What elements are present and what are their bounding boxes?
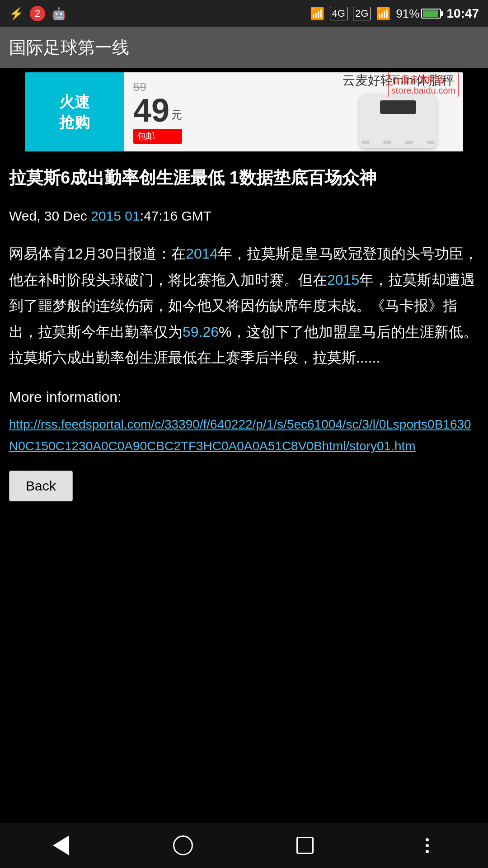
usb-icon: ⚡: [9, 7, 23, 21]
date-text: Wed, 30 Dec: [9, 208, 91, 223]
nav-back-button[interactable]: [45, 830, 77, 861]
article-body: 网易体育12月30日报道：在2014年，拉莫斯是皇马欧冠登顶的头号功臣，他在补时…: [9, 241, 479, 371]
battery-icon: [421, 9, 441, 19]
ad-left-section: 火速抢购: [25, 72, 124, 151]
status-icons-right: 📶 4G 2G 📶 91% 10:47: [310, 6, 479, 21]
nav-menu-button[interactable]: [411, 830, 443, 861]
status-icons-left: ⚡ 2 🤖: [9, 6, 66, 21]
ad-price-area: 59 49 元 包邮: [133, 80, 182, 144]
article-content: 拉莫斯6成出勤率创生涯最低 1数据垫底百场众神 Wed, 30 Dec 2015…: [0, 151, 488, 528]
notification-icon: 2: [30, 6, 45, 21]
recent-nav-icon: [296, 837, 314, 854]
menu-dot-3: [426, 850, 429, 853]
ad-cta-text: 火速抢购: [59, 92, 90, 132]
scale-feet: [361, 141, 435, 144]
date-link[interactable]: 2015 01: [91, 208, 140, 223]
scale-foot-3: [405, 141, 413, 144]
signal-2g-icon: 2G: [353, 7, 371, 20]
signal-bars-icon: 📶: [376, 7, 390, 21]
body-text-1: 网易体育12月30日报道：在: [9, 245, 186, 262]
body-link-2014[interactable]: 2014: [186, 245, 218, 262]
scale-image: [360, 94, 436, 148]
battery-percent: 91%: [396, 7, 419, 21]
menu-nav-icon: [426, 838, 429, 853]
article-title: 拉莫斯6成出勤率创生涯最低 1数据垫底百场众神: [9, 165, 479, 191]
back-button[interactable]: Back: [9, 471, 73, 501]
android-icon: 🤖: [52, 7, 66, 21]
ad-right-section: 59 49 元 包邮 云麦好轻mini体脂秤: [124, 72, 463, 151]
scale-foot-1: [361, 141, 370, 144]
ad-new-price: 49: [133, 94, 169, 127]
date-end: :47:16 GMT: [140, 208, 211, 223]
body-link-percentage[interactable]: 59.26: [183, 324, 219, 340]
more-info-url[interactable]: http://rss.feedsportal.com/c/33390/f/640…: [9, 414, 479, 457]
app-header: 国际足球第一线: [0, 27, 488, 68]
back-nav-icon: [53, 835, 69, 855]
nav-home-button[interactable]: [167, 830, 199, 861]
menu-dot-1: [426, 838, 429, 841]
signal-4g-icon: 4G: [330, 7, 347, 20]
battery-container: 91%: [396, 7, 441, 21]
clock: 10:47: [446, 6, 479, 21]
ad-product-image: [357, 89, 439, 152]
nav-recent-button[interactable]: [289, 830, 321, 861]
ad-banner[interactable]: 火速抢购 59 49 元 包邮 云麦好轻mini体脂秤: [25, 72, 463, 151]
wifi-icon: 📶: [310, 7, 324, 21]
ad-logo: 百度未来商店store.baidu.com: [388, 72, 459, 97]
home-nav-icon: [173, 835, 193, 855]
battery-fill: [423, 10, 438, 17]
scale-screen: [380, 100, 416, 114]
ad-currency: 元: [171, 108, 182, 122]
ad-free-shipping: 包邮: [133, 129, 182, 144]
scale-foot-2: [383, 141, 391, 144]
body-link-2015[interactable]: 2015: [327, 272, 359, 288]
more-info-label: More information:: [9, 385, 479, 409]
status-bar: ⚡ 2 🤖 📶 4G 2G 📶 91% 10:47: [0, 0, 488, 27]
article-date: Wed, 30 Dec 2015 01:47:16 GMT: [9, 204, 479, 227]
app-title: 国际足球第一线: [9, 36, 129, 59]
menu-dot-2: [426, 844, 429, 847]
scale-foot-4: [427, 141, 435, 144]
bottom-nav: [0, 823, 488, 868]
